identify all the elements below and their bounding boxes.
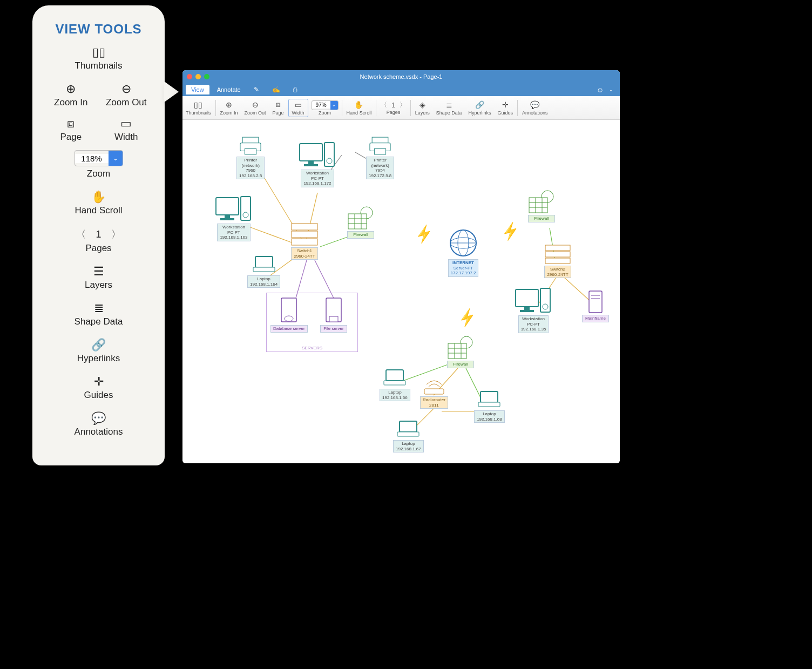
svg-rect-61 xyxy=(516,289,538,307)
svg-rect-35 xyxy=(292,224,317,230)
firewall-icon xyxy=(347,206,374,230)
zoom-value-field[interactable] xyxy=(75,154,109,163)
tb-hyperlinks[interactable]: 🔗Hyperlinks xyxy=(465,96,494,119)
node-laptop-2[interactable]: Laptop192.168.1.66 xyxy=(380,368,410,401)
node-firewall-1[interactable]: Firewall xyxy=(347,206,374,239)
layers-label[interactable]: Layers xyxy=(43,280,154,290)
prev-page-icon[interactable]: 〈 xyxy=(76,228,86,241)
width-icon: ▭ xyxy=(120,118,132,130)
feedback-icon[interactable]: ☺ xyxy=(597,86,604,94)
zoom-out-label[interactable]: Zoom Out xyxy=(99,97,154,108)
page-number: 1 xyxy=(96,229,101,240)
tb-zoom-dropdown-icon[interactable]: ⌄ xyxy=(330,101,338,110)
guides-icon: ✛ xyxy=(502,100,509,109)
view-tools-callout: VIEW TOOLS ▯▯ Thumbnails ⊕ Zoom In ⊖ Zoo… xyxy=(32,5,165,465)
node-radiorouter[interactable]: Radiorouter2811 xyxy=(420,379,448,409)
tb-thumbnails[interactable]: ▯▯Thumbnails xyxy=(182,96,214,119)
node-laptop-1[interactable]: Laptop192.168.1.164 xyxy=(247,255,280,288)
svg-rect-34 xyxy=(253,267,275,272)
tb-annotations[interactable]: 💬Annotations xyxy=(519,96,551,119)
diagram-canvas[interactable]: ⚡ ⚡ ⚡ SERVERS Printer(network)7960192.16… xyxy=(182,120,620,463)
node-firewall-2[interactable]: Firewall xyxy=(528,190,555,222)
signature-icon[interactable]: ✍ xyxy=(267,84,286,95)
hand-icon: ✋ xyxy=(91,191,106,203)
svg-rect-37 xyxy=(292,239,317,245)
node-printer-2[interactable]: Printer(network)7954192.172.5.8 xyxy=(366,136,394,179)
tab-view[interactable]: View xyxy=(186,85,209,94)
hand-scroll-label[interactable]: Hand Scroll xyxy=(43,205,154,216)
print-icon[interactable]: ⎙ xyxy=(288,84,302,95)
zoom-dropdown-icon[interactable]: ⌄ xyxy=(109,151,123,166)
tb-zoom-field[interactable] xyxy=(312,102,330,108)
firewall-icon xyxy=(447,336,474,360)
lightning-icon: ⚡ xyxy=(499,220,522,242)
tb-pages[interactable]: 〈1〉 Pages xyxy=(377,100,409,115)
node-file-server[interactable]: File server xyxy=(320,297,347,333)
firewall-icon xyxy=(528,190,555,214)
app-window: Network scheme.vsdx - Page-1 View Annota… xyxy=(182,70,620,463)
svg-rect-77 xyxy=(424,389,444,394)
node-printer-1[interactable]: Printer(network)7960192.168.2.8 xyxy=(236,136,265,179)
tb-zoom-in[interactable]: ⊕Zoom In xyxy=(217,96,241,119)
svg-rect-76 xyxy=(384,381,405,385)
tb-shape-data[interactable]: ≣Shape Data xyxy=(433,96,465,119)
svg-rect-66 xyxy=(589,291,602,313)
pen-icon[interactable]: ✎ xyxy=(248,84,265,95)
svg-rect-62 xyxy=(524,307,530,310)
node-workstation-left[interactable]: WorkstationPC-PT192.168.1.163 xyxy=(212,195,255,241)
layers-icon: ☰ xyxy=(93,266,104,278)
node-mainframe[interactable]: Mainframe xyxy=(582,290,609,322)
mainframe-icon xyxy=(588,290,603,314)
width-label[interactable]: Width xyxy=(99,132,154,143)
node-laptop-4[interactable]: Laptop192.168.1.68 xyxy=(474,390,505,423)
node-switch-1[interactable]: Switch12960-24TT xyxy=(290,222,319,260)
shape-data-icon: ≣ xyxy=(446,100,452,109)
node-laptop-3[interactable]: Laptop192.168.1.67 xyxy=(393,420,424,452)
tb-page[interactable]: ⧈Page xyxy=(269,96,287,119)
zoom-in-icon: ⊕ xyxy=(226,100,232,109)
hyperlinks-icon: 🔗 xyxy=(91,339,106,351)
zoom-in-label[interactable]: Zoom In xyxy=(43,97,99,108)
svg-rect-20 xyxy=(372,137,388,143)
svg-rect-23 xyxy=(300,144,322,161)
pages-label: Pages xyxy=(43,243,154,254)
window-title: Network scheme.vsdx - Page-1 xyxy=(182,73,620,80)
guides-label[interactable]: Guides xyxy=(43,390,154,401)
tb-width[interactable]: ▭Width xyxy=(288,99,308,117)
tab-annotate[interactable]: Annotate xyxy=(212,85,246,94)
switch-icon xyxy=(544,244,571,265)
thumbnails-label[interactable]: Thumbnails xyxy=(43,60,154,71)
tb-hand-scroll[interactable]: ✋Hand Scroll xyxy=(343,96,375,119)
tb-guides[interactable]: ✛Guides xyxy=(494,96,516,119)
svg-rect-39 xyxy=(348,214,367,229)
layers-icon: ◈ xyxy=(419,100,425,109)
hyperlinks-label[interactable]: Hyperlinks xyxy=(43,353,154,364)
node-switch-2[interactable]: Switch22960-24TT xyxy=(544,244,571,278)
svg-rect-26 xyxy=(324,143,334,166)
next-page-icon[interactable]: 〉 xyxy=(400,100,406,110)
annotations-icon: 💬 xyxy=(530,100,539,109)
svg-rect-79 xyxy=(478,402,500,407)
next-page-icon[interactable]: 〉 xyxy=(111,228,121,241)
prev-page-icon[interactable]: 〈 xyxy=(381,100,387,110)
shape-data-icon: ≣ xyxy=(94,302,104,314)
shape-data-label[interactable]: Shape Data xyxy=(43,316,154,327)
page-label[interactable]: Page xyxy=(43,132,99,143)
lightning-icon: ⚡ xyxy=(412,223,435,245)
tb-zoom[interactable]: ⌄ Zoom xyxy=(309,100,341,116)
node-workstation-top[interactable]: WorkstationPC-PT192.168.1.172 xyxy=(296,141,339,187)
globe-icon xyxy=(447,228,479,258)
toolbar: ▯▯Thumbnails ⊕Zoom In ⊖Zoom Out ⧈Page ▭W… xyxy=(182,96,620,120)
tb-layers[interactable]: ◈Layers xyxy=(412,96,433,119)
svg-rect-25 xyxy=(304,164,318,166)
laptop-icon xyxy=(477,390,501,409)
tb-zoom-out[interactable]: ⊖Zoom Out xyxy=(241,96,269,119)
node-firewall-3[interactable]: Firewall xyxy=(447,336,474,368)
node-database-server[interactable]: Database server xyxy=(270,297,308,333)
node-internet[interactable]: INTERNETServer-PT172.17.197.2 xyxy=(447,228,479,277)
annotations-label[interactable]: Annotations xyxy=(43,427,154,437)
svg-rect-81 xyxy=(397,432,419,436)
node-workstation-right[interactable]: WorkstationPC-PT192.168.1.35 xyxy=(512,287,555,333)
zoom-input[interactable]: ⌄ xyxy=(75,150,123,166)
feedback-dropdown-icon[interactable]: ⌄ xyxy=(606,87,617,92)
